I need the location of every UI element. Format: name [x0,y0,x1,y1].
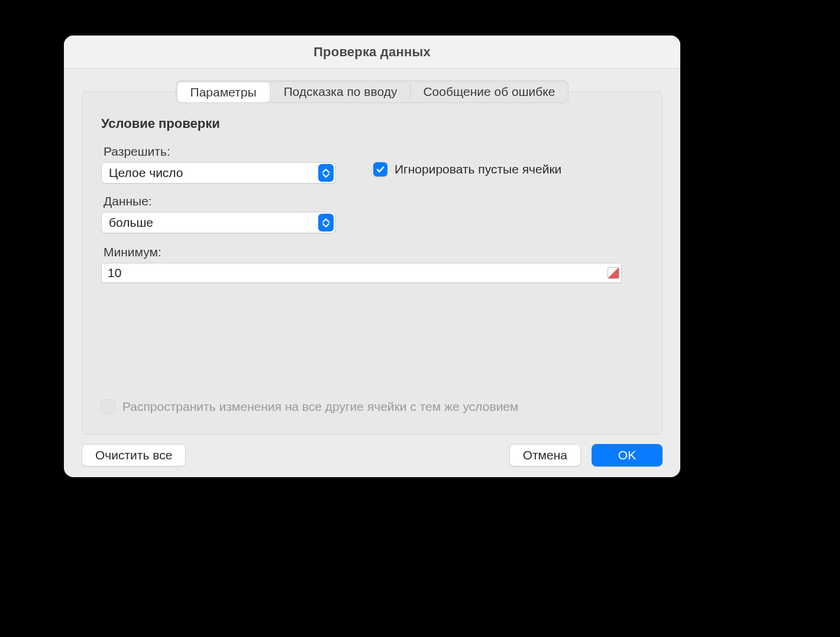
window-title: Проверка данных [314,44,431,60]
ignore-blank-checkbox[interactable] [373,162,387,176]
form-col-right: Игнорировать пустые ячейки [373,144,561,176]
allow-select[interactable]: Целое число [101,162,335,184]
cancel-button[interactable]: Отмена [509,444,581,467]
tab-input-hint[interactable]: Подсказка по вводу [271,81,411,102]
tab-error-message[interactable]: Сообщение об ошибке [410,81,568,102]
tab-error-message-label: Сообщение об ошибке [423,85,555,99]
dialog-window: Проверка данных Параметры Подсказка по в… [64,36,680,477]
tab-parameters-label: Параметры [190,85,257,99]
up-down-icon [318,214,334,231]
data-label: Данные: [104,194,338,208]
up-down-icon [318,164,334,182]
content-area: Параметры Подсказка по вводу Сообщение о… [64,69,680,435]
spread-checkbox [101,400,115,414]
minimum-input-wrap [101,263,622,283]
range-picker-icon[interactable] [608,267,619,279]
data-select[interactable]: больше [101,212,335,233]
minimum-row: Минимум: [101,245,643,283]
footer: Очистить все Отмена OK [64,435,680,477]
spread-row: Распространить изменения на все другие я… [101,400,643,420]
spread-label: Распространить изменения на все другие я… [122,400,519,414]
segmented-tabs: Параметры Подсказка по вводу Сообщение о… [176,81,569,103]
allow-select-value: Целое число [109,166,183,180]
minimum-input[interactable] [101,263,622,283]
ignore-blank-row: Игнорировать пустые ячейки [373,162,561,176]
minimum-label: Минимум: [104,245,643,259]
ok-button[interactable]: OK [592,444,663,467]
form-row: Разрешить: Целое число Данные: больше [101,144,643,244]
titlebar: Проверка данных [64,36,680,69]
tab-input-hint-label: Подсказка по вводу [284,85,398,99]
clear-all-button[interactable]: Очистить все [82,444,186,467]
form-col-left: Разрешить: Целое число Данные: больше [101,144,338,244]
tab-parameters[interactable]: Параметры [177,82,270,102]
tabs-row: Параметры Подсказка по вводу Сообщение о… [82,81,663,103]
allow-label: Разрешить: [104,144,338,159]
ignore-blank-label: Игнорировать пустые ячейки [395,162,561,176]
panel: Условие проверки Разрешить: Целое число … [82,92,663,435]
section-title: Условие проверки [101,116,643,131]
data-select-value: больше [109,215,153,230]
